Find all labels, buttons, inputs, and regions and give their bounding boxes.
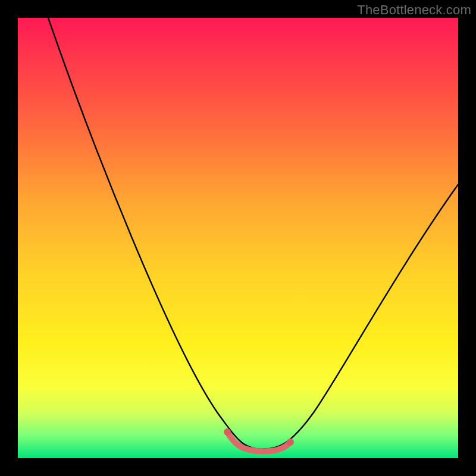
chart-plot-area bbox=[18, 18, 458, 458]
bottleneck-curve bbox=[48, 18, 458, 449]
minimum-band bbox=[227, 432, 290, 451]
watermark-text: TheBottleneck.com bbox=[357, 2, 471, 18]
minimum-band-start-dot bbox=[224, 428, 231, 436]
chart-svg bbox=[18, 18, 458, 458]
chart-frame: TheBottleneck.com bbox=[0, 0, 476, 476]
minimum-band-end-dot bbox=[287, 439, 294, 446]
